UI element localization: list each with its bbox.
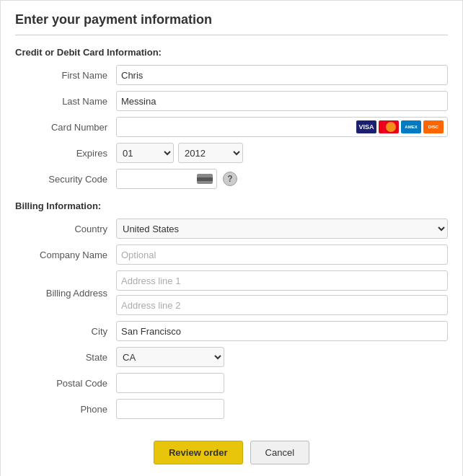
country-row: Country United States Canada United King… <box>15 219 448 239</box>
security-code-control: ? <box>116 169 448 189</box>
country-control: United States Canada United Kingdom <box>116 219 448 239</box>
buttons-row: Review order Cancel <box>15 433 448 464</box>
discover-icon: DISC <box>423 120 444 133</box>
security-code-row: Security Code ? <box>15 169 448 189</box>
state-row: State CA NY TX FL WA <box>15 347 448 367</box>
address-line1-input[interactable] <box>116 270 448 291</box>
billing-address-row: Billing Address <box>15 270 448 315</box>
city-input[interactable] <box>116 321 448 341</box>
page-title: Enter your payment information <box>15 12 448 35</box>
amex-icon: AMEX <box>401 120 421 133</box>
company-name-row: Company Name <box>15 244 448 265</box>
city-row: City <box>15 321 448 341</box>
card-section-title: Credit or Debit Card Information: <box>15 47 448 58</box>
card-stripe <box>197 177 213 181</box>
company-name-label: Company Name <box>15 250 116 260</box>
card-back-icon <box>197 174 213 184</box>
expires-year-select[interactable]: 2012 2013 2014 2015 2016 2017 2018 2019 … <box>178 143 243 163</box>
first-name-row: First Name <box>15 65 448 85</box>
card-number-label: Card Number <box>15 122 116 133</box>
billing-address-control <box>116 270 448 315</box>
security-code-label: Security Code <box>15 174 116 185</box>
card-number-control: VISA AMEX DISC <box>116 117 448 137</box>
mastercard-icon <box>379 120 399 133</box>
review-order-button[interactable]: Review order <box>154 441 243 464</box>
last-name-label: Last Name <box>15 96 116 107</box>
security-input-wrapper <box>116 169 217 189</box>
cancel-button[interactable]: Cancel <box>250 441 309 464</box>
expires-control: 01 02 03 04 05 06 07 08 09 10 11 12 2012… <box>116 143 448 163</box>
city-control <box>116 321 448 341</box>
address-line2-input[interactable] <box>116 295 448 315</box>
phone-label: Phone <box>15 404 116 415</box>
state-control: CA NY TX FL WA <box>116 347 448 367</box>
phone-control <box>116 399 448 419</box>
first-name-input[interactable] <box>116 65 448 85</box>
state-label: State <box>15 352 116 363</box>
billing-address-label: Billing Address <box>15 288 116 299</box>
visa-icon: VISA <box>356 120 376 133</box>
last-name-input[interactable] <box>116 91 448 111</box>
first-name-control <box>116 65 448 85</box>
expires-month-select[interactable]: 01 02 03 04 05 06 07 08 09 10 11 12 <box>116 143 174 163</box>
billing-section-title: Billing Information: <box>15 200 448 211</box>
postal-code-label: Postal Code <box>15 378 116 389</box>
card-number-row: Card Number VISA AMEX DISC <box>15 117 448 137</box>
card-number-wrapper: VISA AMEX DISC <box>116 117 448 137</box>
last-name-row: Last Name <box>15 91 448 111</box>
card-icons: VISA AMEX DISC <box>356 120 444 133</box>
postal-code-control <box>116 373 448 393</box>
country-select[interactable]: United States Canada United Kingdom <box>116 219 448 239</box>
security-help-button[interactable]: ? <box>223 172 237 186</box>
first-name-label: First Name <box>15 70 116 81</box>
last-name-control <box>116 91 448 111</box>
country-label: Country <box>15 224 116 234</box>
phone-row: Phone <box>15 399 448 419</box>
state-select[interactable]: CA NY TX FL WA <box>116 347 224 367</box>
expires-label: Expires <box>15 148 116 159</box>
company-name-control <box>116 244 448 265</box>
expires-row: Expires 01 02 03 04 05 06 07 08 09 10 11… <box>15 143 448 163</box>
city-label: City <box>15 326 116 337</box>
payment-form-container: Enter your payment information Credit or… <box>0 0 463 476</box>
phone-input[interactable] <box>116 399 224 419</box>
postal-code-row: Postal Code <box>15 373 448 393</box>
company-name-input[interactable] <box>116 244 448 265</box>
postal-code-input[interactable] <box>116 373 224 393</box>
svg-point-1 <box>386 122 396 132</box>
